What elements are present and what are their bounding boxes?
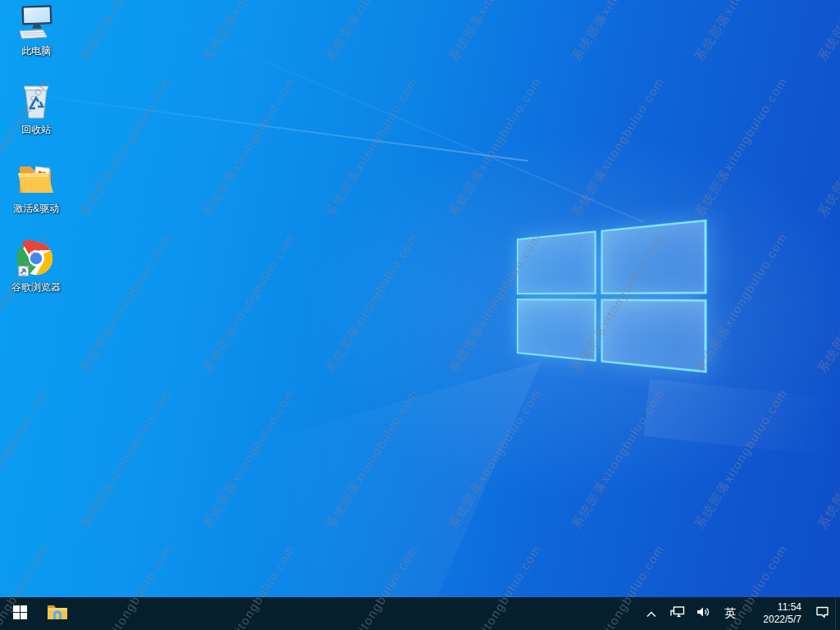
- watermark-text: 系统部落xitongbuluo.com: [445, 75, 545, 221]
- start-button[interactable]: [0, 597, 39, 630]
- watermark-text: 系统部落xitongbuluo.com: [815, 75, 840, 221]
- desktop-icon-chrome[interactable]: 谷歌浏览器: [5, 240, 67, 307]
- light-ray: [0, 89, 528, 162]
- desktop-icon-label: 激活&驱动: [13, 203, 59, 214]
- watermark-text: 系统部落xitongbuluo.com: [76, 386, 176, 532]
- watermark-text: 系统部落xitongbuluo.com: [568, 0, 668, 64]
- watermark-text: 系统部落xitongbuluo.com: [568, 75, 668, 221]
- watermark-text: 系统部落xitongbuluo.com: [0, 386, 52, 532]
- taskbar-empty-area[interactable]: [75, 597, 638, 630]
- watermark-layer: 系统部落xitongbuluo.com系统部落xitongbuluo.com系统…: [0, 0, 840, 630]
- chrome-icon: [17, 240, 55, 277]
- desktop-icon-recycle-bin[interactable]: 回收站: [5, 82, 67, 149]
- start-windows-icon: [13, 605, 27, 623]
- watermark-text: 系统部落xitongbuluo.com: [322, 75, 422, 221]
- notification-icon: [815, 605, 829, 622]
- file-explorer-icon: [47, 603, 68, 624]
- watermark-text: 系统部落xitongbuluo.com: [692, 0, 791, 64]
- watermark-text: 系统部落xitongbuluo.com: [445, 0, 545, 64]
- speaker-icon: [696, 605, 711, 622]
- clock-date: 2022/5/7: [763, 614, 801, 626]
- watermark-text: 系统部落xitongbuluo.com: [76, 0, 176, 64]
- windows-logo-pane: [517, 299, 596, 362]
- light-ray: [644, 379, 840, 457]
- taskbar-file-explorer-button[interactable]: [39, 597, 75, 630]
- clock-time: 11:54: [778, 601, 801, 614]
- watermark-text: 系统部落xitongbuluo.com: [692, 386, 791, 532]
- watermark-text: 系统部落xitongbuluo.com: [199, 386, 299, 532]
- windows-logo-pane: [517, 231, 596, 294]
- watermark-text: 系统部落xitongbuluo.com: [568, 386, 668, 532]
- desktop-icon-this-pc[interactable]: 此电脑: [5, 3, 67, 71]
- network-status-button[interactable]: [664, 597, 691, 630]
- input-language-indicator[interactable]: 英: [717, 597, 743, 630]
- volume-button[interactable]: [691, 597, 717, 630]
- watermark-text: 系统部落xitongbuluo.com: [322, 0, 422, 64]
- watermark-text: 系统部落xitongbuluo.com: [815, 231, 840, 377]
- desktop-icon-label: 此电脑: [21, 45, 51, 57]
- language-label: 英: [724, 606, 736, 621]
- desktop-icon-activation-drivers[interactable]: 激活&驱动: [5, 161, 67, 228]
- watermark-text: 系统部落xitongbuluo.com: [76, 231, 176, 377]
- recycle-bin-icon: [17, 82, 55, 120]
- watermark-text: 系统部落xitongbuluo.com: [815, 0, 840, 64]
- watermark-text: 系统部落xitongbuluo.com: [322, 231, 422, 377]
- hidden-icons-button[interactable]: [638, 597, 664, 630]
- watermark-text: 系统部落xitongbuluo.com: [199, 75, 299, 221]
- chevron-up-icon: [646, 606, 656, 621]
- watermark-text: 系统部落xitongbuluo.com: [76, 75, 176, 221]
- windows-logo-pane: [600, 299, 707, 373]
- watermark-text: 系统部落xitongbuluo.com: [199, 0, 299, 64]
- open-folder-icon: [17, 161, 55, 199]
- ethernet-icon: [670, 605, 685, 622]
- watermark-text: 系统部落xitongbuluo.com: [322, 386, 422, 532]
- desktop-icon-label: 谷歌浏览器: [11, 281, 61, 293]
- light-ray: [0, 361, 541, 630]
- clock[interactable]: 11:54 2022/5/7: [743, 597, 809, 630]
- system-tray: 英 11:54 2022/5/7: [638, 597, 840, 630]
- desktop[interactable]: 此电脑 回收站 激活&驱动 谷歌浏览器: [0, 0, 840, 630]
- light-ray: [114, 0, 643, 222]
- wallpaper-windows-logo: [517, 219, 707, 372]
- action-center-button[interactable]: [809, 597, 835, 630]
- watermark-text: 系统部落xitongbuluo.com: [692, 75, 791, 221]
- desktop-icon-label: 回收站: [21, 124, 51, 135]
- taskbar: 英 11:54 2022/5/7: [0, 597, 840, 630]
- desktop-icon-column: 此电脑 回收站 激活&驱动 谷歌浏览器: [5, 3, 67, 307]
- watermark-text: 系统部落xitongbuluo.com: [815, 386, 840, 532]
- watermark-text: 系统部落xitongbuluo.com: [445, 386, 545, 532]
- windows-logo-pane: [600, 219, 707, 294]
- watermark-text: 系统部落xitongbuluo.com: [199, 231, 299, 377]
- show-desktop-button[interactable]: [835, 597, 840, 630]
- this-pc-icon: [17, 3, 55, 41]
